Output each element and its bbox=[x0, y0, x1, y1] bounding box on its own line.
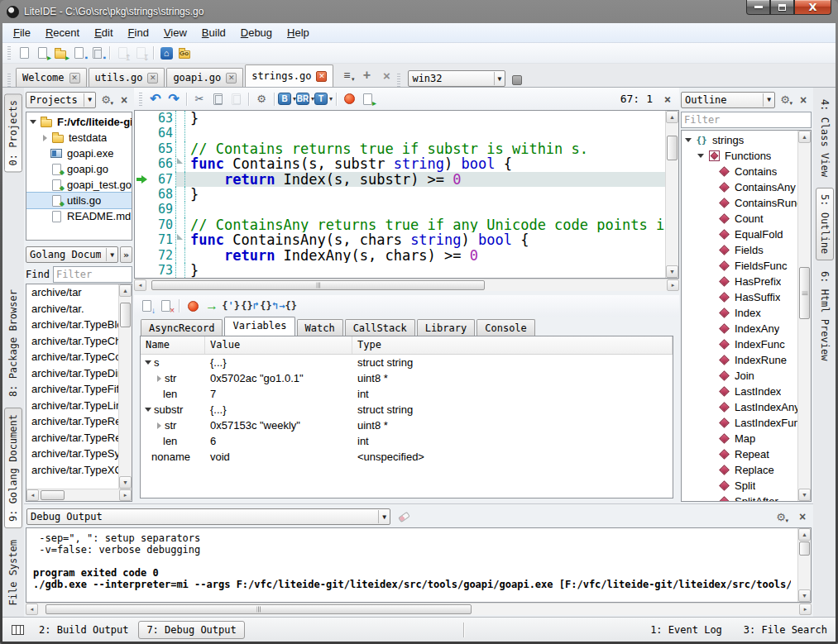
tree-item-replace[interactable]: Replace bbox=[682, 462, 797, 478]
expander-open-icon[interactable] bbox=[685, 138, 692, 142]
doc-index-item[interactable]: archive/tar.TypeRegA bbox=[31, 432, 118, 448]
expander-open-icon[interactable] bbox=[145, 408, 151, 412]
scroll-down-icon[interactable]: ▼ bbox=[798, 589, 811, 602]
scroll-up-icon[interactable]: ▲ bbox=[119, 284, 132, 297]
tree-item-goapi-go[interactable]: ◆goapi.go bbox=[26, 161, 132, 177]
debug-tab-variables[interactable]: Variables bbox=[224, 317, 294, 336]
doc-index-item[interactable]: archive/tar.TypeSymlink bbox=[31, 447, 118, 464]
code-line[interactable]: 63} bbox=[135, 111, 665, 126]
side-tab-6-html-preview[interactable]: 6: Html Preview bbox=[816, 265, 833, 366]
debug-tab-console[interactable]: Console bbox=[476, 319, 535, 336]
tree-item-count[interactable]: Count bbox=[682, 211, 797, 227]
gear-blue-button[interactable]: ⚙ bbox=[252, 91, 271, 107]
code-line[interactable]: 68} bbox=[135, 187, 665, 202]
code-line[interactable]: 70// ContainsAny returns true if any Uni… bbox=[135, 217, 665, 232]
tree-item-readme-md[interactable]: README.md bbox=[26, 208, 132, 224]
status-1-event-log[interactable]: 1: Event Log bbox=[649, 623, 724, 637]
menu-view[interactable]: View bbox=[156, 24, 194, 41]
tree-item-fields[interactable]: Fields bbox=[682, 242, 797, 258]
output-hscrollbar[interactable]: ◂ ▸ bbox=[26, 603, 812, 615]
code-line[interactable]: 71func ContainsAny(s, chars string) bool… bbox=[135, 232, 665, 247]
doc-index-item[interactable]: archive/tar.TypeReg bbox=[31, 415, 118, 432]
tab-close-icon[interactable]: ✕ bbox=[316, 71, 327, 82]
open-folder-button[interactable]: ▸ bbox=[51, 45, 69, 61]
build-target-select[interactable]: win32 ▼ bbox=[408, 70, 505, 87]
code-line[interactable]: 65// Contains returns true if substr is … bbox=[135, 141, 665, 156]
variable-row[interactable]: str0x57153c "weekly"uint8 * bbox=[141, 417, 673, 433]
tab-list-button[interactable]: ≡▾ bbox=[338, 68, 356, 83]
side-tab-4-class-view[interactable]: 4: Class View bbox=[816, 93, 833, 183]
side-tab-9-golang-document[interactable]: 9: Golang Document bbox=[4, 408, 22, 528]
build-config-button[interactable]: B▾ bbox=[278, 91, 296, 107]
save-session-button[interactable]: ↥ bbox=[113, 45, 132, 61]
code-line[interactable]: 73} bbox=[135, 263, 665, 278]
scroll-right-icon[interactable]: ▸ bbox=[799, 603, 812, 615]
editor-close-button[interactable]: × bbox=[659, 92, 676, 106]
unload-vars-button[interactable]: × bbox=[156, 298, 175, 314]
variable-row[interactable]: len7int bbox=[141, 386, 673, 402]
tree-item-splitafter[interactable]: SplitAfter bbox=[682, 494, 797, 501]
tree-item-join[interactable]: Join bbox=[682, 368, 797, 384]
save-file-button[interactable]: ▪ bbox=[69, 45, 88, 61]
tree-item-fieldsfunc[interactable]: FieldsFunc bbox=[682, 258, 797, 274]
outline-filter-input[interactable] bbox=[681, 112, 812, 128]
scroll-down-icon[interactable]: ▼ bbox=[666, 265, 678, 278]
side-tab-0-projects[interactable]: 0: Projects bbox=[4, 93, 22, 172]
status-2-build-output[interactable]: 2: Build Output bbox=[37, 623, 130, 637]
code-line[interactable]: 66func Contains(s, substr string) bool { bbox=[135, 156, 665, 171]
scroll-up-icon[interactable]: ▲ bbox=[798, 528, 811, 541]
load-session-button[interactable]: ↧ bbox=[132, 45, 150, 61]
go-env-button[interactable]: Go bbox=[175, 45, 194, 61]
column-header-type[interactable]: Type bbox=[352, 336, 673, 354]
panel-settings-button[interactable]: ⚙▾ bbox=[98, 93, 114, 107]
projects-view-select[interactable]: Projects ▼ bbox=[26, 92, 96, 108]
tree-item-f-vfc-liteide-git[interactable]: F:/vfc/liteide-git bbox=[26, 114, 132, 130]
undo-button[interactable]: ↶ bbox=[146, 91, 165, 107]
tab-close-icon[interactable]: ✕ bbox=[226, 73, 237, 83]
doc-index-item[interactable]: archive/tar bbox=[31, 286, 118, 303]
build-and-run-button[interactable]: BR▾ bbox=[296, 91, 314, 107]
output-text-box[interactable]: -sep=", ": setup separators -v=false: ve… bbox=[26, 527, 812, 603]
run-to-line-button[interactable]: →{} bbox=[279, 298, 297, 314]
test-button[interactable]: T▾ bbox=[314, 91, 333, 107]
menu-build[interactable]: Build bbox=[194, 24, 233, 41]
tree-item-goapi-test-go[interactable]: ◆goapi_test.go bbox=[26, 177, 132, 193]
scroll-up-icon[interactable]: ▲ bbox=[798, 131, 811, 143]
tree-item-lastindexany[interactable]: LastIndexAny bbox=[682, 399, 797, 415]
scroll-left-icon[interactable]: ◂ bbox=[26, 603, 38, 615]
redo-button[interactable]: ↷ bbox=[165, 91, 183, 107]
column-header-name[interactable]: Name bbox=[141, 336, 205, 354]
tree-item-testdata[interactable]: testdata bbox=[26, 130, 132, 145]
fold-column[interactable] bbox=[176, 156, 185, 171]
side-tab-8-package-browser[interactable]: 8: Package Browser bbox=[5, 284, 22, 403]
tree-item-indexany[interactable]: IndexAny bbox=[682, 321, 797, 336]
continue-button[interactable]: → bbox=[203, 298, 221, 314]
restore-button[interactable] bbox=[770, 0, 794, 15]
column-header-value[interactable]: Value bbox=[205, 336, 352, 354]
outline-vscrollbar[interactable]: ▲ ▼ bbox=[797, 131, 811, 501]
debug-tab-callstack[interactable]: CallStack bbox=[345, 319, 415, 336]
expander-closed-icon[interactable] bbox=[157, 375, 161, 382]
output-vscrollbar[interactable]: ▲ ▼ bbox=[797, 528, 811, 602]
variable-row[interactable]: substr{...}struct string bbox=[141, 402, 673, 417]
code-line[interactable]: 69 bbox=[135, 202, 665, 217]
tree-item-map[interactable]: Map bbox=[682, 431, 797, 446]
tree-item-containsrune[interactable]: ContainsRune bbox=[682, 195, 797, 211]
save-all-button[interactable]: ▪ bbox=[88, 45, 106, 61]
expander-open-icon[interactable] bbox=[697, 154, 704, 158]
code-line[interactable]: 72 return IndexAny(s, chars) >= 0 bbox=[135, 248, 665, 263]
panel-close-button[interactable]: × bbox=[795, 93, 812, 107]
menu-edit[interactable]: Edit bbox=[87, 24, 120, 41]
tree-item-indexrune[interactable]: IndexRune bbox=[682, 352, 797, 368]
home-button[interactable]: ⌂ bbox=[157, 45, 175, 61]
code-line[interactable]: 67 return Index(s, substr) >= 0 bbox=[135, 172, 665, 187]
tree-item-containsany[interactable]: ContainsAny bbox=[682, 179, 797, 195]
scroll-right-icon[interactable]: ▸ bbox=[667, 279, 679, 291]
tab-close-icon[interactable]: ✕ bbox=[69, 73, 80, 83]
open-file-button[interactable]: ▸ bbox=[33, 45, 51, 61]
doc-index-item[interactable]: archive/tar.TypeLink bbox=[31, 399, 118, 416]
doc-index-item[interactable]: archive/tar.TypeBlock bbox=[31, 318, 118, 335]
debug-tab-watch[interactable]: Watch bbox=[297, 319, 343, 336]
scroll-left-icon[interactable]: ◂ bbox=[26, 489, 39, 501]
tree-item-lastindex[interactable]: LastIndex bbox=[682, 384, 797, 399]
